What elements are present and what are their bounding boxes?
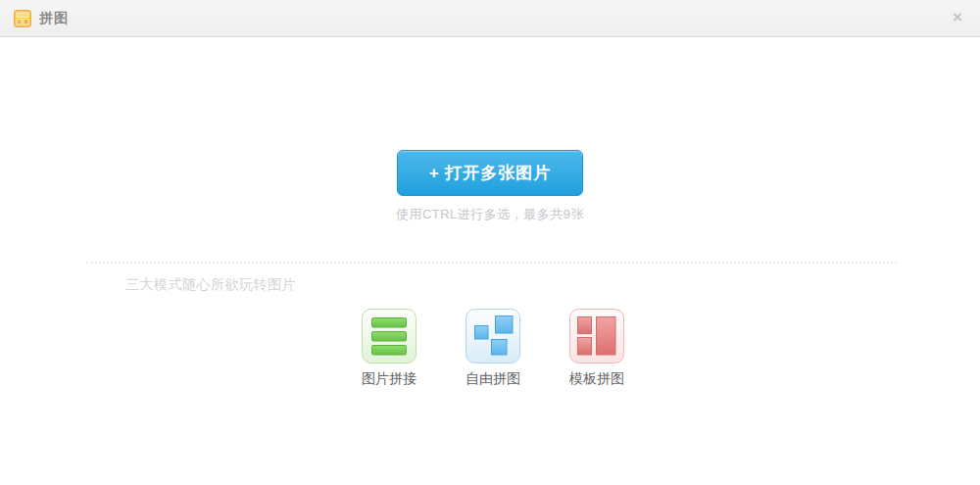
close-icon[interactable]: × — [947, 8, 968, 29]
mode-item-template[interactable]: 模板拼图 — [568, 309, 625, 388]
stitch-mode-icon — [362, 309, 416, 364]
modes-heading: 三大模式随心所欲玩转图片 — [125, 276, 296, 294]
mode-item-free[interactable]: 自由拼图 — [465, 309, 521, 388]
mode-label: 图片拼接 — [362, 370, 416, 388]
collage-dialog: 拼图 × + 打开多张图片 使用CTRL进行多选，最多共9张 三大模式随心所欲玩… — [0, 0, 980, 485]
titlebar: 拼图 × — [0, 0, 980, 37]
open-images-button[interactable]: + 打开多张图片 — [397, 150, 583, 196]
mode-label: 模板拼图 — [569, 370, 624, 388]
dotted-separator — [86, 262, 897, 264]
multi-select-hint: 使用CTRL进行多选，最多共9张 — [0, 206, 980, 223]
mode-item-stitch[interactable]: 图片拼接 — [361, 309, 417, 388]
collage-app-icon — [14, 10, 31, 27]
mode-label: 自由拼图 — [466, 370, 520, 388]
template-collage-mode-icon — [569, 309, 624, 364]
window-title: 拼图 — [39, 10, 69, 27]
free-collage-mode-icon — [466, 309, 520, 364]
modes-row: 图片拼接 — [3, 309, 980, 388]
